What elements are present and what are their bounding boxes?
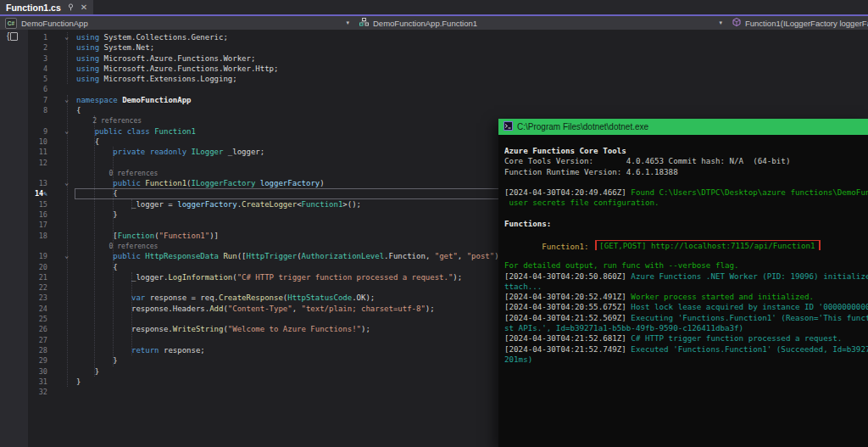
code-line[interactable]: 1⌄using System.Collections.Generic; [0, 32, 868, 42]
type-dropdown[interactable]: DemoFunctionApp.Function1 ▾ [354, 16, 727, 30]
type-name: DemoFunctionApp.Function1 [373, 19, 477, 28]
terminal-line: st APIs.', Id=b39271a1-b5bb-49fb-9590-c1… [504, 323, 868, 333]
line-number: 16 [0, 210, 47, 220]
fold-margin [47, 147, 76, 157]
line-number: 22 [0, 282, 47, 293]
line-number: 17 [0, 220, 47, 230]
line-number: 31 [0, 377, 47, 387]
code-line[interactable]: 7⌄namespace DemoFunctionApp [0, 95, 868, 105]
line-number: 8 [0, 105, 47, 115]
fold-chevron-icon[interactable]: ⌄ [47, 178, 76, 188]
navigation-bar: C# DemoFunctionApp ▾ DemoFunctionApp.Fun… [0, 16, 868, 30]
code-text: using Microsoft.Azure.Functions.Worker; [76, 53, 868, 64]
line-number: 10 [0, 137, 47, 147]
line-number: 32 [0, 387, 47, 397]
code-line[interactable]: 4using Microsoft.Azure.Functions.Worker.… [0, 64, 868, 74]
fold-margin [47, 324, 76, 334]
terminal-output[interactable]: Azure Functions Core ToolsCore Tools Ver… [498, 135, 868, 447]
code-text: using System.Net; [76, 42, 868, 53]
fold-margin [47, 84, 76, 94]
tab-title: Function1.cs [6, 3, 61, 13]
fold-chevron-icon[interactable]: ⌄ [47, 126, 76, 137]
code-line[interactable]: 2using System.Net; [0, 42, 868, 53]
code-text: using System.Collections.Generic; [76, 32, 868, 42]
terminal-line: user secrets file configuration. [504, 198, 868, 208]
fold-margin [47, 168, 76, 178]
line-number [0, 115, 47, 126]
fold-margin [47, 293, 76, 303]
terminal-line: [2024-04-30T04:20:49.466Z] Found C:\User… [504, 187, 868, 198]
terminal-line: Functions: [504, 219, 868, 229]
fold-margin [47, 272, 76, 282]
line-number: 28 [0, 345, 47, 355]
terminal-title-bar[interactable]: C:\Program Files\dotnet\dotnet.exe [498, 119, 868, 135]
project-dropdown[interactable]: C# DemoFunctionApp ▾ [0, 16, 354, 30]
console-icon [504, 121, 513, 132]
terminal-line: [2024-04-30T04:20:55.675Z] Host lock lea… [504, 302, 868, 312]
line-number: 27 [0, 335, 47, 345]
line-number: 15 [0, 199, 47, 210]
code-line[interactable]: 3using Microsoft.Azure.Functions.Worker; [0, 53, 868, 64]
line-number: 3 [0, 53, 47, 64]
line-number: 18 [0, 231, 47, 241]
fold-margin [47, 345, 76, 355]
line-number: 12 [0, 158, 47, 168]
visual-studio-window: Function1.cs ✕ C# DemoFunctionApp ▾ Demo… [0, 0, 868, 447]
line-number: 9 [0, 126, 47, 137]
fold-margin [47, 105, 76, 115]
terminal-line: For detailed output, run func with --ver… [504, 260, 868, 271]
code-text: using Microsoft.Azure.Functions.Worker.H… [76, 64, 868, 74]
line-number: 19 [0, 251, 47, 261]
method-icon [732, 18, 741, 28]
terminal-line [504, 250, 868, 260]
close-icon[interactable]: ✕ [81, 3, 87, 12]
line-number: 14✎ [0, 188, 47, 198]
fold-margin [47, 241, 76, 251]
terminal-line: Azure Functions Core Tools [504, 146, 868, 156]
code-text [76, 84, 868, 94]
fold-margin [47, 53, 76, 64]
fold-margin [47, 231, 76, 241]
code-text: using Microsoft.Extensions.Logging; [76, 74, 868, 84]
code-line[interactable]: 5using Microsoft.Extensions.Logging; [0, 74, 868, 84]
line-number: 21 [0, 272, 47, 282]
terminal-line: Function1: [GET,POST] http://localhost:7… [504, 240, 868, 250]
member-name: Function1(ILoggerFactory loggerFacto [745, 19, 868, 28]
fold-margin [47, 64, 76, 74]
fold-margin [47, 137, 76, 147]
fold-margin [47, 314, 76, 324]
line-number: 4 [0, 64, 47, 74]
code-line[interactable]: 8{ [0, 105, 868, 115]
line-number: 30 [0, 366, 47, 377]
chevron-down-icon[interactable]: ▾ [719, 20, 727, 26]
member-dropdown[interactable]: Function1(ILoggerFactory loggerFacto [727, 16, 868, 30]
fold-margin [47, 282, 76, 293]
line-number: 29 [0, 355, 47, 366]
line-number: 11 [0, 147, 47, 157]
editor-tab-bar: Function1.cs ✕ [0, 0, 868, 14]
project-name: DemoFunctionApp [21, 19, 88, 28]
terminal-window[interactable]: C:\Program Files\dotnet\dotnet.exe Azure… [498, 119, 868, 447]
fold-margin [47, 188, 76, 198]
terminal-line: Function Runtime Version: 4.6.1.18388 [504, 167, 868, 177]
pin-icon[interactable] [67, 3, 75, 11]
fold-chevron-icon[interactable]: ⌄ [47, 32, 76, 42]
line-number: 26 [0, 324, 47, 334]
fold-margin [47, 335, 76, 345]
fold-margin [47, 74, 76, 84]
line-number: 1 [0, 32, 47, 42]
class-icon [359, 18, 369, 28]
code-text: { [76, 105, 868, 115]
code-line[interactable]: 6 [0, 84, 868, 94]
terminal-line [504, 229, 868, 239]
fold-chevron-icon[interactable]: ⌄ [47, 95, 76, 105]
terminal-line: [2024-04-30T04:20:52.491Z] Worker proces… [504, 292, 868, 302]
fold-margin [47, 42, 76, 53]
tab-function1cs[interactable]: Function1.cs ✕ [0, 0, 93, 14]
fold-chevron-icon[interactable]: ⌄ [47, 251, 76, 261]
fold-margin [47, 304, 76, 314]
chevron-down-icon[interactable]: ▾ [346, 20, 354, 26]
csharp-file-icon: C# [5, 18, 17, 29]
line-number: 13 [0, 178, 47, 188]
terminal-line: 201ms) [504, 355, 868, 365]
